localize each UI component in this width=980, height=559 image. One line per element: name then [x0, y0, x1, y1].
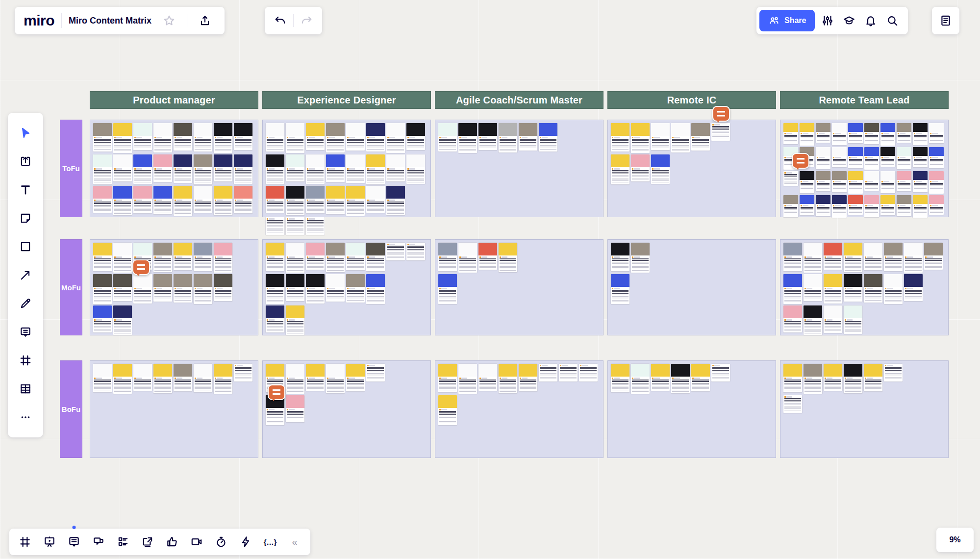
content-card[interactable] [174, 186, 192, 216]
content-card[interactable] [113, 154, 132, 181]
notifications-button[interactable] [860, 10, 881, 31]
column-header[interactable]: Remote IC [607, 91, 776, 109]
undo-button[interactable] [270, 10, 291, 31]
content-card[interactable] [306, 186, 325, 213]
content-card[interactable] [478, 123, 497, 150]
content-card[interactable] [306, 154, 325, 184]
content-card[interactable] [234, 123, 252, 150]
content-card[interactable] [153, 186, 172, 214]
content-card[interactable] [651, 123, 670, 150]
board-title[interactable]: Miro Content Matrix [69, 16, 151, 26]
content-card[interactable] [816, 147, 830, 169]
content-card[interactable] [864, 123, 879, 144]
content-card[interactable] [913, 123, 928, 145]
content-card[interactable] [438, 274, 457, 304]
content-card[interactable] [93, 274, 112, 304]
tool-table[interactable] [14, 378, 37, 400]
tool-pen[interactable] [14, 293, 37, 314]
matrix-panel[interactable] [90, 239, 258, 335]
content-card[interactable] [711, 123, 730, 141]
content-card[interactable] [800, 171, 814, 193]
content-card[interactable] [913, 147, 928, 167]
content-card[interactable] [864, 364, 882, 391]
content-card[interactable] [458, 243, 477, 273]
matrix-panel[interactable] [435, 239, 603, 335]
open-share-button[interactable] [136, 531, 159, 553]
content-card[interactable] [406, 154, 425, 184]
matrix-panel[interactable] [607, 239, 776, 335]
content-card[interactable] [611, 243, 629, 271]
content-card[interactable] [194, 123, 212, 152]
matrix-panel[interactable] [435, 360, 603, 458]
content-card[interactable] [286, 274, 304, 301]
content-card[interactable] [897, 147, 911, 169]
matrix-panel[interactable] [607, 360, 776, 458]
matrix-panel[interactable] [780, 239, 949, 335]
content-card[interactable] [671, 123, 690, 152]
content-card[interactable] [174, 154, 192, 183]
content-card[interactable] [93, 123, 112, 152]
content-card[interactable] [783, 195, 798, 217]
content-card[interactable] [266, 186, 284, 213]
content-card[interactable] [306, 217, 325, 235]
content-card[interactable] [174, 243, 192, 270]
content-card[interactable] [864, 243, 882, 270]
content-card[interactable] [832, 147, 847, 167]
content-card[interactable] [897, 195, 911, 216]
content-card[interactable] [133, 123, 152, 150]
content-card[interactable] [93, 243, 112, 271]
content-card[interactable] [286, 364, 304, 394]
content-card[interactable] [366, 364, 385, 381]
content-card[interactable] [848, 171, 863, 194]
content-card[interactable] [133, 274, 152, 304]
content-card[interactable] [929, 171, 944, 194]
content-card[interactable] [816, 171, 830, 191]
content-card[interactable] [153, 274, 172, 302]
content-card[interactable] [844, 305, 862, 334]
comment-marker[interactable] [268, 384, 285, 400]
content-card[interactable] [848, 147, 863, 168]
content-card[interactable] [286, 217, 304, 235]
content-card[interactable] [897, 123, 911, 143]
content-card[interactable] [266, 217, 284, 235]
tool-more-tools[interactable] [14, 407, 37, 428]
content-card[interactable] [478, 364, 497, 391]
content-card[interactable] [671, 364, 690, 393]
developer-tools-button[interactable]: {…} [258, 531, 282, 553]
content-card[interactable] [174, 274, 192, 303]
content-card[interactable] [194, 274, 212, 304]
content-card[interactable] [913, 195, 928, 218]
content-card[interactable] [880, 147, 895, 167]
content-card[interactable] [897, 171, 911, 191]
content-card[interactable] [266, 154, 284, 184]
content-card[interactable] [386, 186, 405, 215]
content-card[interactable] [824, 305, 842, 333]
content-card[interactable] [113, 305, 132, 335]
content-card[interactable] [346, 364, 365, 391]
content-card[interactable] [286, 243, 304, 273]
content-card[interactable] [816, 195, 830, 216]
content-card[interactable] [286, 305, 304, 335]
content-card[interactable] [214, 123, 232, 153]
content-card[interactable] [326, 364, 345, 393]
content-card[interactable] [346, 243, 365, 270]
content-card[interactable] [783, 123, 798, 144]
matrix-panel[interactable] [435, 120, 603, 217]
quick-actions-button[interactable] [234, 531, 257, 553]
column-header[interactable]: Agile Coach/Scrum Master [435, 91, 603, 109]
content-card[interactable] [691, 364, 710, 391]
content-card[interactable] [366, 186, 385, 213]
content-card[interactable] [804, 243, 822, 273]
content-card[interactable] [929, 147, 944, 168]
comment-marker[interactable] [132, 259, 150, 275]
content-card[interactable] [346, 154, 365, 183]
content-card[interactable] [611, 154, 629, 184]
content-card[interactable] [133, 364, 152, 391]
matrix-panel[interactable] [262, 360, 431, 458]
content-card[interactable] [800, 123, 814, 146]
content-card[interactable] [113, 243, 132, 273]
content-card[interactable] [611, 123, 629, 152]
content-card[interactable] [133, 154, 152, 184]
content-card[interactable] [804, 364, 822, 394]
comment-marker[interactable] [712, 106, 730, 122]
